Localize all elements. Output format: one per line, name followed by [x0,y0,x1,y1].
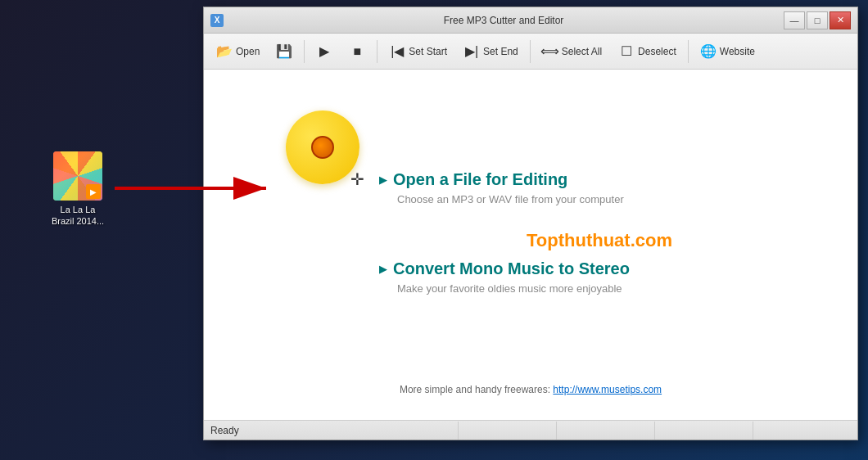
close-button[interactable]: ✕ [830,11,851,29]
status-segment-3 [654,422,753,440]
deselect-icon: ☐ [618,43,635,60]
status-segments [458,422,851,440]
set-end-button[interactable]: ▶| Set End [456,38,526,65]
minimize-button[interactable]: — [784,11,805,29]
app-icon: X [210,14,224,27]
desktop: La La La Brazil 2014... X Free MP3 Cutte… [0,0,868,460]
yellow-circle-container: ✛ [286,110,359,184]
icon-thumbnail [53,151,102,201]
open-file-item: Open a File for Editing Choose an MP3 or… [379,170,830,205]
cursor-icon: ✛ [350,169,364,189]
title-bar-controls: — □ ✕ [784,11,851,29]
desktop-icon-lala[interactable]: La La La Brazil 2014... [45,151,111,228]
open-file-title[interactable]: Open a File for Editing [379,170,830,189]
convert-item: Convert Mono Music to Stereo Make your f… [379,259,830,295]
stop-icon: ■ [349,43,365,60]
select-all-button[interactable]: ⟺ Select All [535,38,609,65]
yellow-circle: ✛ [286,110,359,184]
app-window: X Free MP3 Cutter and Editor — □ ✕ 📂 Ope… [203,7,858,440]
play-icon: ▶ [316,43,332,60]
footer-label: More simple and handy freewares: [400,384,553,395]
play-button[interactable]: ▶ [309,38,340,65]
status-segment-1 [458,422,556,440]
select-all-icon: ⟺ [542,43,558,60]
website-button[interactable]: 🌐 Website [693,38,762,65]
open-icon: 📂 [216,43,233,60]
save-button[interactable]: 💾 [269,38,300,65]
status-text: Ready [210,425,239,436]
status-bar: Ready [204,420,857,440]
website-label: Website [720,46,755,57]
deselect-label: Deselect [638,46,676,57]
set-start-label: Set Start [409,46,447,57]
stop-button[interactable]: ■ [341,38,373,65]
select-all-label: Select All [562,46,602,57]
open-button[interactable]: 📂 Open [209,38,267,65]
window-title: Free MP3 Cutter and Editor [224,15,784,26]
set-start-icon: |◀ [389,43,405,60]
separator-4 [688,40,689,63]
title-bar-left: X [210,14,224,27]
open-file-desc: Choose an MP3 or WAV file from your comp… [397,193,830,205]
convert-desc: Make your favorite oldies music more enj… [397,282,830,295]
content-items: Open a File for Editing Choose an MP3 or… [379,170,830,319]
footer-link[interactable]: http://www.musetips.com [553,384,662,395]
red-arrow [115,168,287,209]
convert-title[interactable]: Convert Mono Music to Stereo [379,259,830,278]
maximize-button[interactable]: □ [807,11,828,29]
icon-label: La La La Brazil 2014... [52,204,104,228]
separator-1 [304,40,305,63]
toolbar: 📂 Open 💾 ▶ ■ |◀ Set Start ▶| Set End [204,34,857,70]
set-start-button[interactable]: |◀ Set Start [382,38,454,65]
open-label: Open [236,46,260,57]
save-icon: 💾 [276,43,292,60]
separator-2 [377,40,377,63]
icon-play-badge [86,184,101,199]
watermark: Topthuthuat.com [527,230,830,251]
footer-text: More simple and handy freewares: http://… [400,384,662,395]
website-icon: 🌐 [700,43,717,60]
deselect-button[interactable]: ☐ Deselect [611,38,684,65]
content-area: ✛ Open a File for Editing Choose an MP3 … [204,70,857,420]
set-end-icon: ▶| [463,43,480,60]
title-bar: X Free MP3 Cutter and Editor — □ ✕ [204,7,857,34]
set-end-label: Set End [483,46,518,57]
status-segment-4 [753,422,851,440]
circle-inner [311,136,334,159]
status-segment-2 [556,422,654,440]
separator-3 [530,40,531,63]
